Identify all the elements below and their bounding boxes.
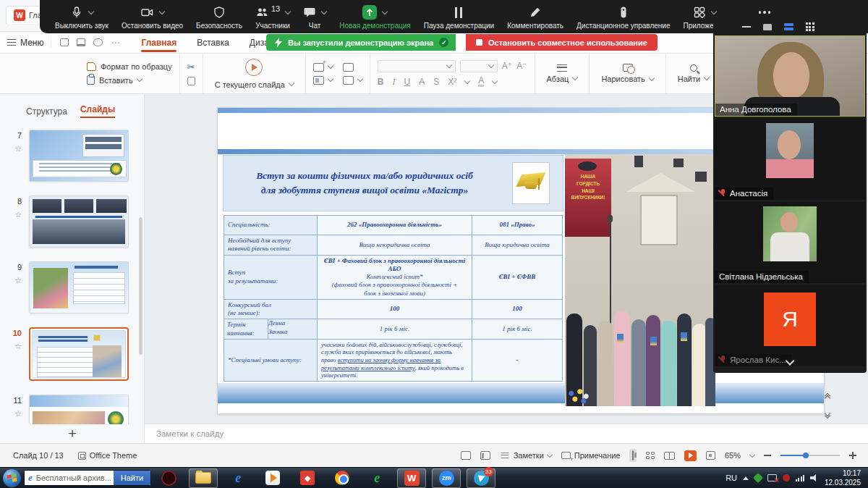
superscript-button[interactable]: X² xyxy=(448,77,456,87)
new-slide-chevron[interactable] xyxy=(328,63,333,69)
fit-to-window-button[interactable] xyxy=(706,451,715,460)
participant-tile-anastasia[interactable]: Анастасія xyxy=(715,119,865,200)
zoom-slider[interactable] xyxy=(780,455,840,457)
sidebar-scrollbar[interactable] xyxy=(139,217,142,355)
add-slide-button[interactable]: + xyxy=(0,424,145,443)
mute-options-chevron[interactable] xyxy=(88,8,94,14)
participant-tile-anna[interactable]: Анна Довгополова xyxy=(715,35,865,117)
format-painter-button[interactable]: Формат по образцу xyxy=(87,62,172,71)
increase-font-icon[interactable]: A⁺ xyxy=(502,61,512,71)
paste-dropdown-chevron[interactable] xyxy=(136,76,142,82)
tab-home[interactable]: Главная xyxy=(132,35,185,51)
annotate-button[interactable]: Комментировать xyxy=(501,1,570,33)
tray-red-icon[interactable] xyxy=(783,474,790,481)
copy-icon[interactable] xyxy=(187,77,195,85)
new-share-button[interactable]: Новая демонстрация xyxy=(333,1,417,33)
pause-share-button[interactable]: Пауза демонстрации xyxy=(417,1,501,33)
tab-slides[interactable]: Слайды xyxy=(80,104,115,118)
section-icon[interactable] xyxy=(343,76,354,85)
taskbar-app-dark[interactable] xyxy=(154,468,183,488)
participant-tile-svitlana[interactable]: Світлана Нідзельська xyxy=(715,202,865,283)
taskbar-app-telegram[interactable]: 33 xyxy=(467,468,495,488)
gallery-view-icon[interactable] xyxy=(806,22,814,31)
taskbar-app-zoom[interactable]: zm xyxy=(432,468,461,488)
font-color-button[interactable]: A xyxy=(478,77,484,87)
tab-outline[interactable]: Структура xyxy=(26,106,67,117)
slide-sorter-view-button[interactable] xyxy=(646,452,655,459)
slide-notes-area[interactable]: Заметки к слайду xyxy=(145,424,868,443)
taskbar-app-chrome[interactable] xyxy=(328,468,357,488)
tab-insert[interactable]: Вставка xyxy=(188,35,238,51)
slideshow-button[interactable] xyxy=(684,450,697,461)
slide-timer-icon[interactable] xyxy=(461,451,471,460)
zoom-in-button[interactable] xyxy=(849,452,856,459)
decrease-font-icon[interactable]: A⁻ xyxy=(516,61,527,71)
paste-button[interactable]: Вставить xyxy=(87,75,172,85)
layout-chevron[interactable] xyxy=(328,76,333,82)
zoom-slider-knob[interactable] xyxy=(803,453,809,458)
taskbar-app-red[interactable]: ◆ xyxy=(293,468,322,488)
draw-button[interactable]: Нарисовать xyxy=(601,75,653,83)
paragraph-chevron[interactable] xyxy=(572,75,578,80)
find-button[interactable]: Найти xyxy=(678,75,709,83)
zoom-level-chevron[interactable] xyxy=(749,451,755,457)
taskbar-app-mediaplayer[interactable] xyxy=(258,468,287,488)
more-quick-icons[interactable]: ⋯ xyxy=(111,38,119,48)
taskbar-app-green-browser[interactable]: e xyxy=(362,468,391,488)
cut-icon[interactable]: ✂ xyxy=(187,62,195,72)
comment-button[interactable]: Примечание xyxy=(561,451,621,460)
reading-view-button[interactable] xyxy=(664,452,675,460)
taskbar-app-explorer[interactable] xyxy=(189,468,218,488)
reset-slide-icon[interactable] xyxy=(343,63,354,72)
share-options-chevron[interactable] xyxy=(382,8,388,14)
draw-chevron[interactable] xyxy=(649,75,655,80)
taskbar-clock[interactable]: 10:17 12.03.2025 xyxy=(825,468,861,488)
minimize-panel-icon[interactable] xyxy=(742,26,751,28)
apps-chevron[interactable] xyxy=(710,8,716,14)
chat-button[interactable]: Чат xyxy=(297,1,333,33)
tray-expand-icon[interactable] xyxy=(743,476,749,480)
participants-button[interactable]: 13 Участники xyxy=(249,1,297,33)
slide-layout-icon[interactable] xyxy=(313,76,324,85)
slide-thumbnail-9[interactable]: 9☆ xyxy=(0,261,144,314)
find-chevron[interactable] xyxy=(704,75,710,80)
participants-chevron[interactable] xyxy=(285,8,291,14)
font-color-chevron[interactable] xyxy=(492,77,498,83)
security-button[interactable]: Безопасность xyxy=(190,1,249,33)
save-icon[interactable] xyxy=(60,38,69,46)
previous-slide-button[interactable] xyxy=(822,391,833,403)
start-button[interactable] xyxy=(3,469,21,487)
speaker-view-icon[interactable] xyxy=(784,23,793,30)
superscript-chevron[interactable] xyxy=(464,77,470,83)
new-slide-icon[interactable] xyxy=(313,63,324,72)
zoom-out-button[interactable] xyxy=(764,455,771,456)
zoom-level[interactable]: 65% xyxy=(725,451,741,460)
paragraph-button[interactable]: Абзац xyxy=(547,75,578,83)
section-chevron[interactable] xyxy=(357,76,363,82)
slide-thumbnail-8[interactable]: 8☆ xyxy=(0,195,144,248)
participant-tile-yaroslav[interactable]: Я Ярослав Кис... xyxy=(715,285,865,366)
language-indicator[interactable]: RU xyxy=(726,474,737,482)
chat-chevron[interactable] xyxy=(321,8,327,14)
menu-button[interactable]: Меню xyxy=(0,38,51,48)
strikethrough-button[interactable]: A xyxy=(419,77,425,87)
taskbar-app-ie[interactable]: e xyxy=(224,468,252,488)
play-from-current-icon[interactable] xyxy=(245,59,263,76)
export-icon[interactable] xyxy=(480,451,490,460)
slide-thumbnail-10-selected[interactable]: 10☆ xyxy=(0,327,144,381)
undo-icon[interactable] xyxy=(93,38,103,46)
from-current-chevron[interactable] xyxy=(289,80,294,86)
video-options-chevron[interactable] xyxy=(159,8,165,14)
print-icon[interactable] xyxy=(77,38,85,46)
taskbar-search[interactable]: e Бесплатный архив... Найти xyxy=(24,470,151,486)
taskbar-app-wps[interactable]: W xyxy=(397,468,426,488)
underline-button[interactable]: U xyxy=(404,77,411,87)
notes-toggle[interactable]: Заметки xyxy=(500,451,552,460)
theme-indicator[interactable]: Office Theme xyxy=(78,451,137,460)
normal-view-button[interactable] xyxy=(629,449,637,462)
remote-control-button[interactable]: Дистанционное управление xyxy=(570,1,676,33)
from-current-slide-button[interactable]: С текущего слайда xyxy=(215,80,294,89)
network-disconnected-icon[interactable] xyxy=(767,474,777,481)
font-name-select[interactable] xyxy=(378,60,456,72)
restore-panel-icon[interactable] xyxy=(763,24,772,30)
